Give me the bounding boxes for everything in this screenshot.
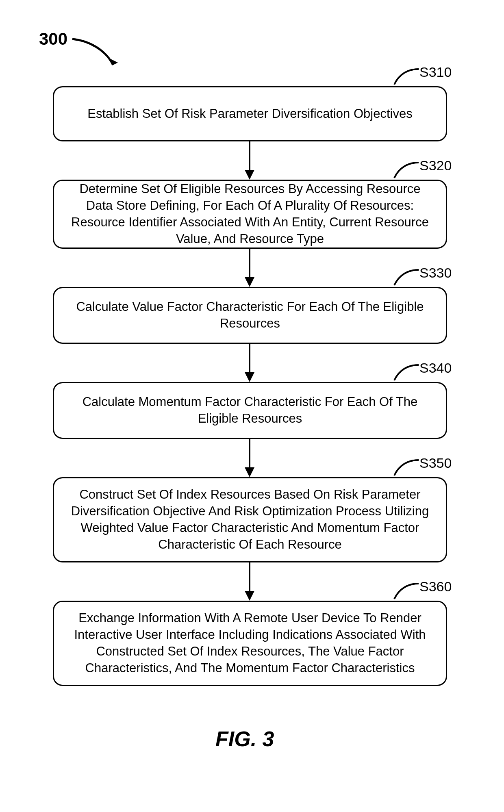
figure-caption: FIG. 3: [215, 727, 274, 751]
callout-arc-s360: [390, 580, 422, 601]
step-label-s340: S340: [419, 360, 452, 376]
svg-marker-2: [245, 170, 254, 180]
svg-marker-6: [245, 372, 254, 382]
step-box-s320: Determine Set Of Eligible Resources By A…: [53, 180, 447, 249]
arrow-s340-s350: [242, 439, 257, 478]
step-label-s310: S310: [419, 64, 452, 80]
callout-arc-s310: [390, 66, 422, 87]
step-text-s310: Establish Set Of Risk Parameter Diversif…: [87, 106, 412, 122]
step-text-s340: Calculate Momentum Factor Characteristic…: [65, 394, 434, 427]
arrow-s310-s320: [242, 141, 257, 180]
arrow-s330-s340: [242, 344, 257, 383]
callout-arc-s320: [390, 159, 422, 180]
step-box-s340: Calculate Momentum Factor Characteristic…: [53, 382, 447, 439]
step-label-s350: S350: [419, 455, 452, 471]
svg-marker-0: [108, 58, 118, 65]
step-text-s350: Construct Set Of Index Resources Based O…: [65, 486, 434, 553]
step-label-s320: S320: [419, 158, 452, 174]
callout-arc-s330: [390, 267, 422, 288]
step-box-s310: Establish Set Of Risk Parameter Diversif…: [53, 86, 447, 141]
callout-arc-s350: [390, 457, 422, 478]
step-label-s330: S330: [419, 265, 452, 281]
arrow-s320-s330: [242, 249, 257, 288]
svg-marker-10: [245, 591, 254, 601]
figure-number: 300: [39, 29, 67, 49]
figure-ref-arrow: [69, 33, 126, 78]
callout-arc-s340: [390, 362, 422, 383]
svg-marker-8: [245, 467, 254, 477]
flowchart-page: 300 S310 Establish Set Of Risk Parameter…: [0, 0, 504, 812]
step-box-s360: Exchange Information With A Remote User …: [53, 601, 447, 686]
step-box-s350: Construct Set Of Index Resources Based O…: [53, 477, 447, 562]
step-text-s320: Determine Set Of Eligible Resources By A…: [65, 181, 434, 248]
svg-marker-4: [245, 277, 254, 287]
step-text-s330: Calculate Value Factor Characteristic Fo…: [65, 299, 434, 332]
step-text-s360: Exchange Information With A Remote User …: [65, 610, 434, 677]
arrow-s350-s360: [242, 562, 257, 601]
step-box-s330: Calculate Value Factor Characteristic Fo…: [53, 287, 447, 344]
step-label-s360: S360: [419, 579, 452, 595]
